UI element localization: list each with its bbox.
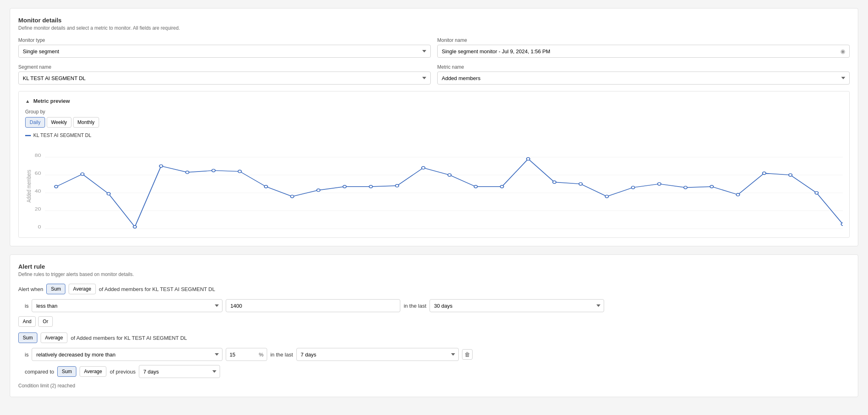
condition-2-value-wrap: % bbox=[226, 348, 267, 361]
svg-point-55 bbox=[395, 185, 399, 187]
compared-sum-button[interactable]: Sum bbox=[57, 366, 76, 377]
condition-1-in-the-last-label: in the last bbox=[404, 303, 426, 309]
svg-text:60: 60 bbox=[35, 171, 41, 176]
monitor-type-select[interactable]: Single segment bbox=[18, 45, 431, 58]
monitor-details-subtitle: Define monitor details and select a metr… bbox=[18, 25, 850, 31]
svg-text:Added members: Added members bbox=[26, 170, 32, 203]
alert-of-label: of Added members for KL TEST AI SEGMENT … bbox=[99, 286, 215, 292]
svg-point-63 bbox=[605, 195, 609, 198]
condition-2-sum-button[interactable]: Sum bbox=[18, 332, 37, 343]
svg-point-51 bbox=[291, 195, 294, 198]
legend-color-swatch bbox=[25, 135, 31, 136]
legend-label: KL TEST AI SEGMENT DL bbox=[33, 133, 91, 138]
svg-point-66 bbox=[684, 186, 687, 189]
segment-name-label: Segment name bbox=[18, 64, 431, 70]
group-by-weekly[interactable]: Weekly bbox=[47, 117, 71, 128]
svg-point-65 bbox=[658, 183, 661, 185]
alert-when-label: Alert when bbox=[18, 286, 43, 292]
svg-point-64 bbox=[631, 186, 635, 189]
condition-1-value-input[interactable] bbox=[226, 299, 400, 312]
monitor-type-label: Monitor type bbox=[18, 37, 431, 43]
group-by-monthly[interactable]: Monthly bbox=[73, 117, 99, 128]
trash-icon: 🗑 bbox=[464, 351, 470, 358]
compared-period-select[interactable]: 7 days bbox=[139, 365, 220, 378]
condition-2-row: is relatively decreased by more than % i… bbox=[25, 348, 850, 361]
alert-rule-title: Alert rule bbox=[18, 263, 850, 270]
svg-point-60 bbox=[527, 158, 530, 161]
svg-point-70 bbox=[789, 174, 792, 176]
svg-point-46 bbox=[160, 165, 163, 167]
svg-point-72 bbox=[841, 223, 843, 226]
condition-2-in-the-last-label: in the last bbox=[270, 352, 293, 358]
svg-point-54 bbox=[369, 185, 372, 188]
condition-1-period-select[interactable]: 30 days bbox=[430, 299, 604, 312]
svg-point-45 bbox=[133, 226, 136, 228]
condition-2-value-input[interactable] bbox=[226, 352, 259, 358]
condition-2-period-select[interactable]: 7 days bbox=[296, 348, 459, 361]
segment-name-select[interactable]: KL TEST AI SEGMENT DL bbox=[18, 72, 431, 85]
compared-of-previous-label: of previous bbox=[110, 369, 136, 375]
monitor-name-label: Monitor name bbox=[437, 37, 850, 43]
metric-preview-panel: ▲ Metric preview Group by Daily Weekly M… bbox=[18, 91, 850, 238]
svg-point-42 bbox=[54, 185, 58, 188]
svg-text:20: 20 bbox=[35, 207, 41, 212]
svg-text:80: 80 bbox=[35, 153, 41, 158]
condition-2-header-row: Sum Average of Added members for KL TEST… bbox=[18, 332, 850, 343]
condition-limit-message: Condition limit (2) reached bbox=[18, 383, 850, 389]
or-button[interactable]: Or bbox=[38, 316, 52, 327]
condition-2-delete-button[interactable]: 🗑 bbox=[462, 349, 473, 360]
alert-rule-subtitle: Define rules to trigger alerts based on … bbox=[18, 272, 850, 277]
svg-point-67 bbox=[710, 185, 713, 188]
compared-to-row: compared to Sum Average of previous 7 da… bbox=[25, 365, 850, 378]
metric-name-label: Metric name bbox=[437, 64, 850, 70]
group-by-buttons: Daily Weekly Monthly bbox=[25, 117, 843, 128]
alert-sum-button[interactable]: Sum bbox=[46, 284, 65, 294]
condition-2-type-select[interactable]: relatively decreased by more than bbox=[32, 348, 222, 361]
condition-1-row: is less than in the last 30 days bbox=[25, 299, 850, 312]
collapse-icon[interactable]: ▲ bbox=[25, 98, 30, 104]
svg-point-44 bbox=[107, 192, 110, 195]
svg-point-69 bbox=[762, 172, 766, 175]
svg-point-57 bbox=[448, 174, 451, 176]
svg-point-50 bbox=[264, 185, 268, 188]
monitor-name-field[interactable]: ◉ bbox=[437, 45, 850, 58]
svg-point-58 bbox=[474, 185, 477, 188]
svg-point-49 bbox=[238, 170, 241, 173]
svg-point-56 bbox=[421, 167, 425, 169]
svg-point-68 bbox=[736, 193, 739, 196]
condition-2-of-label: of Added members for KL TEST AI SEGMENT … bbox=[71, 335, 187, 341]
condition-1-type-select[interactable]: less than bbox=[32, 299, 222, 312]
svg-point-53 bbox=[343, 185, 346, 188]
monitor-details-title: Monitor details bbox=[18, 17, 850, 24]
svg-point-59 bbox=[500, 185, 503, 188]
alert-average-button[interactable]: Average bbox=[69, 284, 95, 294]
metric-name-select[interactable]: Added members bbox=[437, 72, 850, 85]
svg-point-62 bbox=[579, 183, 582, 185]
svg-point-71 bbox=[815, 191, 818, 194]
svg-text:0: 0 bbox=[38, 225, 41, 230]
alert-rule-section: Alert rule Define rules to trigger alert… bbox=[10, 254, 858, 397]
group-by-label: Group by bbox=[25, 109, 843, 115]
svg-point-48 bbox=[212, 169, 215, 172]
condition-2-average-button[interactable]: Average bbox=[41, 332, 67, 343]
monitor-name-clear-icon[interactable]: ◉ bbox=[840, 48, 845, 54]
condition-1-is-label: is bbox=[25, 303, 28, 309]
metric-chart: 0 20 40 60 80 Added members bbox=[25, 141, 843, 231]
metric-preview-title: Metric preview bbox=[33, 98, 70, 104]
alert-when-row: Alert when Sum Average of Added members … bbox=[18, 284, 850, 294]
percent-sign: % bbox=[259, 352, 267, 358]
compared-to-label: compared to bbox=[25, 369, 54, 375]
compared-average-button[interactable]: Average bbox=[80, 366, 106, 377]
and-or-row: And Or bbox=[18, 316, 850, 327]
svg-point-52 bbox=[317, 189, 320, 192]
svg-point-47 bbox=[186, 171, 189, 174]
svg-point-61 bbox=[553, 181, 556, 184]
and-button[interactable]: And bbox=[18, 316, 36, 327]
condition-2-is-label: is bbox=[25, 352, 28, 358]
monitor-name-input[interactable] bbox=[442, 48, 840, 54]
svg-text:40: 40 bbox=[35, 189, 41, 194]
group-by-daily[interactable]: Daily bbox=[25, 117, 45, 128]
chart-legend: KL TEST AI SEGMENT DL bbox=[25, 133, 843, 138]
svg-point-43 bbox=[81, 173, 84, 176]
